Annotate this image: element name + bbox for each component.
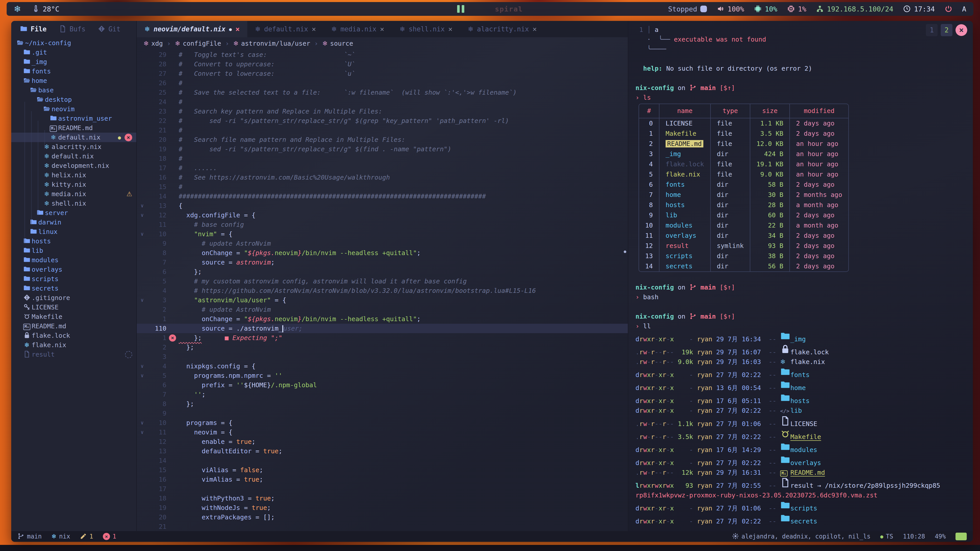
tree-item-alacritty.nix[interactable]: ❄alacritty.nix <box>11 142 136 151</box>
tree-item-Makefile[interactable]: Makefile <box>11 312 136 321</box>
editor-tab-media.nix[interactable]: ❄media.nix× <box>324 21 392 37</box>
tree-item-lib[interactable]: lib <box>11 246 136 256</box>
code-line[interactable]: 16# See https://astronvim.com/Basic%20Us… <box>137 173 628 182</box>
prompt-input-line[interactable]: › ls <box>635 93 973 103</box>
code-line[interactable]: 3 <box>137 352 628 362</box>
tree-item-astronvim_user[interactable]: astronvim_user <box>11 114 136 123</box>
code-line[interactable]: 22# sed -ri "s/pattern_str/replace_str/g… <box>137 116 628 125</box>
stop-icon[interactable] <box>700 6 707 12</box>
terminal-tab-2[interactable]: 2 <box>941 24 953 36</box>
terminal-tab-1[interactable]: 1 <box>926 24 938 36</box>
power-icon[interactable] <box>945 5 953 13</box>
code-line[interactable]: 28# Convert to uppercase: `U` <box>137 59 628 69</box>
editor-tab-shell.nix[interactable]: ❄shell.nix× <box>392 21 460 37</box>
tree-item-server[interactable]: server <box>11 208 136 218</box>
code-area[interactable]: 29# Toggle text's case: `~` 28# Convert … <box>137 49 628 531</box>
close-file-icon[interactable]: × <box>124 134 132 141</box>
tree-item-fonts[interactable]: fonts <box>11 67 136 76</box>
code-line[interactable]: 12 enable = true; <box>137 437 628 446</box>
code-line[interactable]: 14 <box>137 456 628 465</box>
code-line[interactable]: 29# Toggle text's case: `~` <box>137 50 628 59</box>
prompt-input-line[interactable]: › ll <box>635 321 973 331</box>
editor-scrollbar-thumb[interactable] <box>624 251 626 253</box>
tree-item-desktop[interactable]: desktop <box>11 95 136 104</box>
code-line[interactable]: 9 # update AstroNvim <box>137 239 628 248</box>
tree-item-flake.nix[interactable]: ❄flake.nix <box>11 340 136 350</box>
code-line[interactable]: 2 }; <box>137 343 628 352</box>
code-line[interactable]: 20# Search file name pattern and Replace… <box>137 135 628 144</box>
code-line[interactable]: 110 source = ./astronvim_user; <box>137 324 628 333</box>
code-line[interactable]: 15 viAlias = false; <box>137 465 628 475</box>
code-line[interactable]: 6 }; <box>137 267 628 276</box>
tree-item-result[interactable]: result <box>11 350 136 359</box>
code-line[interactable]: 7 ''; <box>137 390 628 399</box>
code-line[interactable]: ∨12 xdg.configFile = { <box>137 210 628 220</box>
code-line[interactable]: 6 prefix = ''${HOME}/.npm-global <box>137 380 628 390</box>
close-tab-icon[interactable]: × <box>533 25 537 33</box>
code-line[interactable]: 26# <box>137 78 628 88</box>
code-line[interactable]: 18 withPython3 = true; <box>137 494 628 503</box>
code-line[interactable]: ∨10 programs = { <box>137 418 628 427</box>
breadcrumb-segment[interactable]: ❄configFile <box>175 40 221 47</box>
close-tab-icon[interactable]: × <box>235 25 240 33</box>
tree-item-linux[interactable]: linux <box>11 227 136 237</box>
breadcrumb-segment[interactable]: ❄xdg <box>143 40 163 47</box>
tree-item-LICENSE[interactable]: LICENSE <box>11 303 136 312</box>
code-line[interactable]: 8 onChange = "${pkgs.neovim}/bin/nvim --… <box>137 248 628 258</box>
terminal-close-icon[interactable]: × <box>956 24 967 36</box>
code-line[interactable]: ∨3 "astronvim/lua/user" = { <box>137 295 628 305</box>
tree-item-nix-config[interactable]: ~/nix-config <box>11 38 136 48</box>
editor-tab-neovim/default.nix[interactable]: ❄neovim/default.nix●× <box>137 21 247 37</box>
pause-icon[interactable] <box>457 5 464 13</box>
tree-item-neovim[interactable]: neovim <box>11 104 136 114</box>
tree-item-base[interactable]: base <box>11 86 136 95</box>
code-line[interactable]: 20 extraPackages = []; <box>137 513 628 522</box>
tree-item-flake.lock[interactable]: flake.lock <box>11 331 136 340</box>
tree-item-_img[interactable]: _img <box>11 57 136 67</box>
code-line[interactable]: 4 # https://github.com/AstroNvim/AstroNv… <box>137 286 628 295</box>
tree-item-helix.nix[interactable]: ❄helix.nix <box>11 170 136 180</box>
user-badge[interactable]: A <box>962 5 966 13</box>
tree-item-overlays[interactable]: overlays <box>11 265 136 274</box>
code-line[interactable]: ∨5 programs.npm.npmrc = '' <box>137 371 628 380</box>
tree-item-default.nix[interactable]: ❄default.nix●× <box>11 133 136 142</box>
code-line[interactable]: 1× }; ■ Expecting ";" <box>137 333 628 343</box>
volume-icon[interactable] <box>717 5 724 13</box>
tree-item-.git[interactable]: .git <box>11 48 136 57</box>
sidebar-tab-bufs[interactable]: Bufs <box>53 23 92 35</box>
close-tab-icon[interactable]: × <box>380 25 384 33</box>
tree-item-development.nix[interactable]: ❄development.nix <box>11 161 136 170</box>
tree-item-README.md[interactable]: M↓README.md <box>11 123 136 133</box>
sidebar-tab-file[interactable]: File <box>14 23 53 35</box>
code-line[interactable]: 24# <box>137 97 628 106</box>
tree-item-modules[interactable]: modules <box>11 256 136 265</box>
tree-item-secrets[interactable]: secrets <box>11 284 136 293</box>
code-line[interactable]: 13 defaultEditor = true; <box>137 446 628 456</box>
breadcrumb-segment[interactable]: ❄astronvim/lua/user <box>233 40 310 47</box>
code-line[interactable]: ∨4 nixpkgs.config = { <box>137 362 628 371</box>
code-line[interactable]: 21# <box>137 125 628 135</box>
code-line[interactable]: 11 # base config <box>137 220 628 229</box>
code-line[interactable]: ∨11 neovim = { <box>137 427 628 437</box>
sidebar-tab-git[interactable]: Git <box>92 23 127 35</box>
nixos-logo-icon[interactable]: ❄ <box>14 4 21 14</box>
tree-item-hosts[interactable]: hosts <box>11 237 136 246</box>
code-line[interactable]: ∨13{ <box>137 201 628 210</box>
code-line[interactable]: 9 <box>137 409 628 418</box>
tree-item-media.nix[interactable]: ❄media.nix⚠ <box>11 189 136 199</box>
code-line[interactable]: 2 # update AstroNvim <box>137 305 628 314</box>
code-line[interactable]: 15# <box>137 182 628 192</box>
network-icon[interactable] <box>816 5 824 13</box>
tree-item-shell.nix[interactable]: ❄shell.nix <box>11 199 136 208</box>
tree-item-README.md[interactable]: M↓README.md <box>11 321 136 331</box>
code-line[interactable]: 27# Convert to lowercase: `u` <box>137 69 628 78</box>
code-line[interactable]: 16 vimAlias = true; <box>137 475 628 484</box>
tree-item-default.nix[interactable]: ❄default.nix <box>11 151 136 161</box>
code-line[interactable]: 19# sed -ri "s/pattern_str/replace_str/g… <box>137 144 628 154</box>
editor-tab-default.nix[interactable]: ❄default.nix× <box>247 21 324 37</box>
prompt-input-line[interactable]: › bash <box>635 292 973 302</box>
code-line[interactable]: 25# Save the selected text to a file: `:… <box>137 88 628 97</box>
code-line[interactable]: 1 onChange = "${pkgs.neovim}/bin/nvim --… <box>137 314 628 324</box>
code-line[interactable]: 18# <box>137 154 628 163</box>
code-line[interactable]: 14######################################… <box>137 192 628 201</box>
